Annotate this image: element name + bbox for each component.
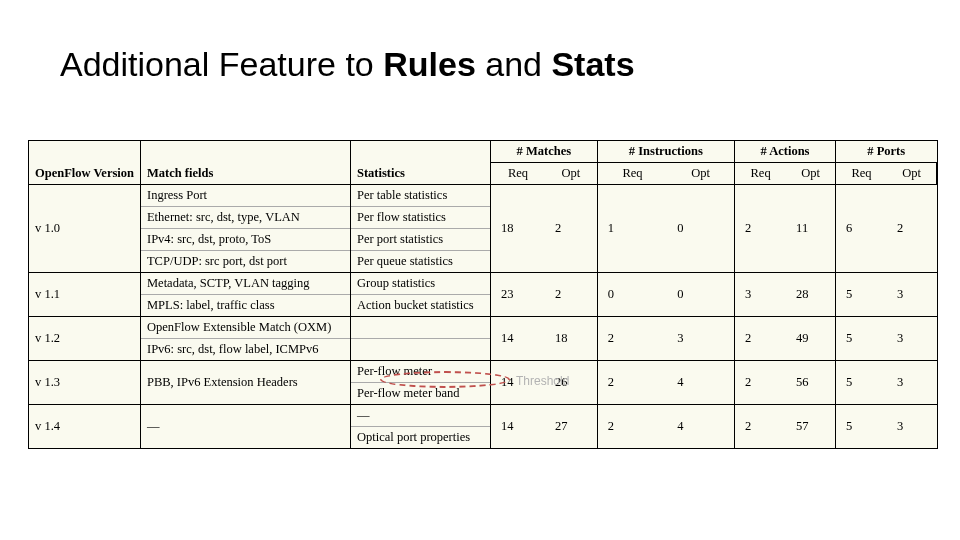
title-b1: Rules (383, 45, 476, 83)
cell-stat: Action bucket statistics (350, 295, 490, 317)
cell-num: 6 (835, 185, 887, 273)
cell-num: 18 (490, 185, 544, 273)
cell-num: 0 (597, 273, 667, 317)
cell-num: 14 (490, 317, 544, 361)
cell-num: 11 (786, 185, 835, 273)
cell-num: 3 (735, 273, 787, 317)
cell-num: 2 (545, 273, 597, 317)
cell-num: 0 (667, 273, 734, 317)
cell-match: Ingress Port (140, 185, 350, 207)
hdr-matches: # Matches (490, 141, 597, 163)
hdr-version: OpenFlow Version (29, 141, 140, 185)
title-mid: and (476, 45, 552, 83)
sub-req: Req (835, 163, 887, 185)
annotation-threshold: Threshold (516, 374, 569, 388)
cell-stat: — (350, 405, 490, 427)
cell-num: 57 (786, 405, 835, 449)
cell-num: 14 (490, 405, 544, 449)
cell-num: 0 (667, 185, 734, 273)
cell-num: 2 (597, 317, 667, 361)
cell-stat: Optical port properties (350, 427, 490, 449)
cell-match: OpenFlow Extensible Match (OXM) (140, 317, 350, 339)
cell-match: IPv6: src, dst, flow label, ICMPv6 (140, 339, 350, 361)
cell-match: PBB, IPv6 Extension Headers (140, 361, 350, 405)
cell-stat: Per queue statistics (350, 251, 490, 273)
hdr-stats: Statistics (350, 141, 490, 185)
cell-ver: v 1.4 (29, 405, 140, 449)
sub-opt: Opt (545, 163, 597, 185)
cell-num: 2 (735, 405, 787, 449)
cell-num: 2 (887, 185, 936, 273)
title-b2: Stats (551, 45, 634, 83)
cell-num: 3 (887, 317, 936, 361)
sub-req: Req (735, 163, 787, 185)
cell-num: 3 (887, 361, 936, 405)
cell-num: 5 (835, 317, 887, 361)
cell-num: 23 (490, 273, 544, 317)
cell-num: 28 (786, 273, 835, 317)
sub-req: Req (597, 163, 667, 185)
title-pre: Additional Feature to (60, 45, 383, 83)
cell-ver: v 1.2 (29, 317, 140, 361)
cell-num: 2 (597, 361, 667, 405)
cell-ver: v 1.3 (29, 361, 140, 405)
sub-opt: Opt (667, 163, 734, 185)
cell-ver: v 1.1 (29, 273, 140, 317)
cell-match: — (140, 405, 350, 449)
cell-match: TCP/UDP: src port, dst port (140, 251, 350, 273)
cell-num: 2 (735, 361, 787, 405)
cell-ver: v 1.0 (29, 185, 140, 273)
cell-num: 3 (887, 273, 936, 317)
cell-num: 18 (545, 317, 597, 361)
cell-num: 4 (667, 405, 734, 449)
sub-opt: Opt (887, 163, 936, 185)
cell-stat: Per-flow meter band (350, 383, 490, 405)
hdr-instr: # Instructions (597, 141, 734, 163)
cell-stat: Per port statistics (350, 229, 490, 251)
cell-stat: Per flow statistics (350, 207, 490, 229)
cell-num: 49 (786, 317, 835, 361)
cell-match: Metadata, SCTP, VLAN tagging (140, 273, 350, 295)
sub-req: Req (490, 163, 544, 185)
cell-stat: Per table statistics (350, 185, 490, 207)
cell-stat (350, 339, 490, 361)
sub-opt: Opt (786, 163, 835, 185)
cell-num: 3 (667, 317, 734, 361)
cell-num: 56 (786, 361, 835, 405)
hdr-match: Match fields (140, 141, 350, 185)
cell-num: 2 (735, 185, 787, 273)
slide-title: Additional Feature to Rules and Stats (60, 45, 635, 84)
hdr-ports: # Ports (835, 141, 936, 163)
cell-stat: Group statistics (350, 273, 490, 295)
cell-num: 4 (667, 361, 734, 405)
openflow-table: OpenFlow Version Match fields Statistics… (28, 140, 938, 449)
cell-stat: Per-flow meter (350, 361, 490, 383)
cell-num: 2 (735, 317, 787, 361)
cell-num: 3 (887, 405, 936, 449)
hdr-actions: # Actions (735, 141, 836, 163)
cell-num: 27 (545, 405, 597, 449)
cell-match: Ethernet: src, dst, type, VLAN (140, 207, 350, 229)
cell-match: MPLS: label, traffic class (140, 295, 350, 317)
cell-num: 1 (597, 185, 667, 273)
cell-num: 5 (835, 405, 887, 449)
cell-match: IPv4: src, dst, proto, ToS (140, 229, 350, 251)
cell-num: 5 (835, 361, 887, 405)
cell-num: 5 (835, 273, 887, 317)
cell-num: 2 (545, 185, 597, 273)
cell-num: 2 (597, 405, 667, 449)
cell-stat (350, 317, 490, 339)
